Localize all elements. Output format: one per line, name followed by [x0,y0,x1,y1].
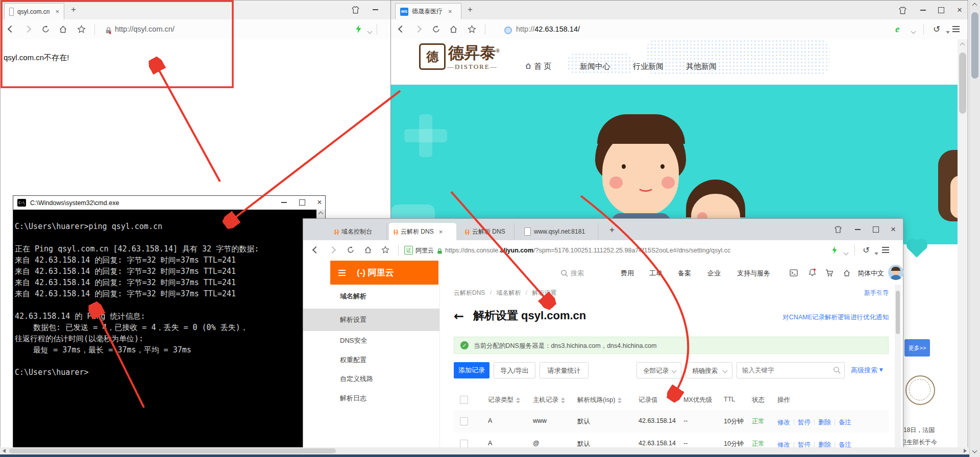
address-input[interactable]: http://qsyl.com.cn/ [115,25,175,33]
minimize-button[interactable] [278,196,290,209]
filter-precise-dropdown[interactable]: 精确搜索 [685,362,732,378]
search-input[interactable] [737,362,845,378]
tab-distore[interactable]: MS 德晟泰医疗 × [395,3,461,19]
minimize-button[interactable] [917,4,929,16]
request-stats-button[interactable]: 请求量统计 [540,362,589,378]
sidebar-item-custom-line[interactable]: 自定义线路 [303,369,439,389]
cart-icon[interactable] [825,268,834,277]
close-button[interactable]: × [953,4,966,16]
menu-icon[interactable] [951,24,961,34]
forward-icon[interactable] [328,245,337,255]
sidebar-item-domain-resolve[interactable]: 域名解析 [303,287,439,306]
scrollbar-thumb[interactable] [9,448,336,453]
undo-icon[interactable]: ↺ [932,24,941,34]
tab-dns-active[interactable]: (-) 云解析 DNS × [389,223,456,240]
maximize-button[interactable] [935,4,947,16]
search-icon[interactable] [833,366,841,376]
feedback-shirt-icon[interactable] [832,223,844,236]
close-tab-icon[interactable]: × [439,228,443,236]
address-input[interactable]: http://42.63.158.14/ [516,25,580,33]
row-checkbox[interactable] [460,440,468,448]
address-input[interactable]: https://dns.console.aliyun.com/?spm=5176… [445,247,730,254]
search-label[interactable]: 搜索 [571,269,584,278]
menu-enterprise[interactable]: 企业 [707,269,721,278]
col-line-isp[interactable]: 解析线路(isp) [577,396,622,404]
hamburger-icon[interactable] [337,268,347,277]
select-all-checkbox[interactable] [460,396,468,404]
home-icon[interactable] [363,245,373,255]
site-nav-other[interactable]: 其他新闻 [686,62,717,71]
forward-icon[interactable] [413,24,423,34]
tab-qsyl-net[interactable]: www.qsyl.net:8181 [520,223,598,240]
refresh-icon[interactable] [41,24,50,34]
scrollbar-thumb[interactable] [971,12,978,79]
page-scrollbar[interactable] [895,285,901,457]
tab-domain-console[interactable]: (-) 域名控制台 [330,223,387,240]
language-selector[interactable]: 简体中文 [857,269,884,278]
aliyun-logo-block[interactable]: (-) 阿里云 [330,261,438,285]
outer-vertical-scrollbar[interactable] [969,0,980,457]
page-scrollbar[interactable] [958,39,968,448]
terminal-icon[interactable] [789,268,798,277]
refresh-icon[interactable] [346,245,355,255]
table-row[interactable]: A www 默认 42.63.158.14 -- 10分钟 正常 修改暂停删除备… [454,410,889,433]
home-icon[interactable] [842,268,851,277]
bell-icon[interactable] [807,268,817,277]
tab-dns-2[interactable]: (-) 云解析 DNS [460,223,514,240]
home-icon[interactable] [449,24,458,34]
back-arrow-icon[interactable]: ← [454,309,464,323]
scroll-right-icon[interactable] [964,449,967,453]
site-nav-news[interactable]: 新闻中心 [580,62,610,71]
new-tab-button[interactable]: + [609,225,615,235]
new-tab-button[interactable]: + [468,5,473,15]
undo-icon[interactable]: ↺ [862,245,871,255]
menu-billing[interactable]: 费用 [621,269,634,278]
back-icon[interactable] [7,24,16,34]
scrollbar-thumb[interactable] [959,53,966,114]
more-link-button[interactable]: 更多>> [904,339,930,357]
close-tab-icon[interactable]: × [55,8,59,15]
favorites-star-icon[interactable] [467,24,476,34]
chevron-down-icon[interactable] [909,27,918,36]
favorites-star-icon[interactable] [77,24,86,34]
modify-link[interactable]: 修改 [777,419,790,426]
flash-extension-icon[interactable] [830,245,839,255]
sidebar-item-resolve-logs[interactable]: 解析日志 [303,389,439,408]
row-checkbox[interactable] [460,417,468,425]
advanced-search-link[interactable]: 高级搜索 ▼ [851,366,883,375]
back-icon[interactable] [311,245,321,255]
minimize-button[interactable] [851,223,864,236]
back-icon[interactable] [397,24,406,34]
forward-icon[interactable] [23,24,32,34]
maximize-button[interactable] [870,223,882,236]
cname-notice-link[interactable]: 对CNAME记录解析逻辑进行优化通知 [782,313,889,322]
breadcrumb-settings[interactable]: 解析设置 [532,289,556,296]
tab-qsyl[interactable]: qsyl.com.cn × [4,3,64,19]
favorites-star-icon[interactable] [381,245,390,255]
menu-tickets[interactable]: 工单 [649,269,663,278]
sidebar-item-weight-config[interactable]: 权重配置 [303,350,439,370]
refresh-icon[interactable] [431,24,440,34]
delete-link[interactable]: 删除 [818,419,831,426]
chevron-down-icon[interactable] [841,248,850,257]
feedback-shirt-icon[interactable] [349,4,361,16]
sidebar-item-dns-security[interactable]: DNS安全 [303,331,439,350]
flash-extension-icon[interactable] [354,24,363,34]
close-tab-icon[interactable]: × [448,8,452,15]
new-tab-button[interactable]: + [71,5,76,15]
home-icon[interactable] [58,24,67,34]
close-button[interactable]: × [313,196,326,209]
col-record-type[interactable]: 记录类型 [488,396,520,404]
pause-link[interactable]: 暂停 [798,419,811,426]
guide-link[interactable]: 新手引导 [864,289,889,297]
scrollbar-thumb[interactable] [896,291,900,334]
ie-compat-icon[interactable]: e [895,23,899,35]
site-nav-industry[interactable]: 行业新闻 [633,62,664,71]
import-export-button[interactable]: 导入/导出 [494,362,535,378]
col-host-record[interactable]: 主机记录 [533,396,565,404]
horizontal-scrollbar[interactable] [0,447,969,454]
filter-all-records-dropdown[interactable]: 全部记录 [636,362,681,378]
scroll-left-icon[interactable] [3,449,6,453]
menu-support[interactable]: 支持与服务 [737,269,770,278]
avatar[interactable] [888,265,903,280]
